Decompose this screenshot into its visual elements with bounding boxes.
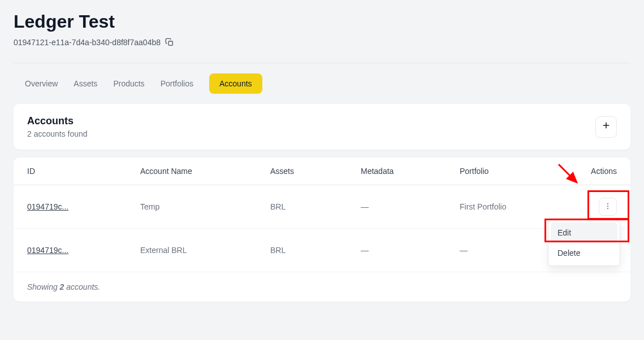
- add-account-button[interactable]: [595, 116, 617, 138]
- card-title: Accounts: [27, 115, 88, 127]
- tabs: Overview Assets Products Portfolios Acco…: [14, 63, 630, 104]
- ledger-id: 01947121-e11a-7d4a-b340-d8f8f7aa04b8: [14, 38, 161, 47]
- account-portfolio-cell: —: [446, 229, 565, 272]
- row-actions-button[interactable]: [599, 198, 617, 216]
- svg-rect-0: [168, 41, 172, 45]
- account-metadata-cell: —: [347, 185, 446, 229]
- account-name-cell: Temp: [127, 185, 257, 229]
- page-title: Ledger Test: [14, 11, 630, 32]
- footer-prefix: Showing: [27, 282, 60, 291]
- svg-point-5: [607, 208, 608, 209]
- column-header-portfolio: Portfolio: [446, 158, 565, 185]
- tab-products[interactable]: Products: [113, 75, 144, 93]
- footer-suffix: accounts.: [64, 282, 100, 291]
- column-header-id: ID: [14, 158, 127, 185]
- column-header-metadata: Metadata: [347, 158, 446, 185]
- account-id-link[interactable]: 0194719c...: [27, 246, 68, 255]
- column-header-assets: Assets: [257, 158, 347, 185]
- column-header-name: Account Name: [127, 158, 257, 185]
- column-header-actions: Actions: [565, 158, 630, 185]
- tab-portfolios[interactable]: Portfolios: [161, 75, 193, 93]
- ledger-id-row: 01947121-e11a-7d4a-b340-d8f8f7aa04b8: [14, 38, 630, 47]
- tab-overview[interactable]: Overview: [25, 75, 58, 93]
- accounts-table-card: ID Account Name Assets Metadata Portfoli…: [14, 158, 630, 302]
- account-assets-cell: BRL: [257, 185, 347, 229]
- svg-point-3: [607, 203, 608, 204]
- svg-point-4: [607, 205, 608, 206]
- account-assets-cell: BRL: [257, 229, 347, 272]
- account-metadata-cell: —: [347, 229, 446, 272]
- kebab-icon: [604, 202, 612, 212]
- row-actions-dropdown: Edit Delete: [548, 220, 620, 266]
- card-subtitle: 2 accounts found: [27, 129, 88, 138]
- table-footer: Showing 2 accounts.: [14, 272, 630, 302]
- accounts-summary-card: Accounts 2 accounts found: [14, 104, 630, 150]
- dropdown-item-edit[interactable]: Edit: [551, 223, 617, 243]
- account-id-link[interactable]: 0194719c...: [27, 202, 68, 211]
- page-header: Ledger Test 01947121-e11a-7d4a-b340-d8f8…: [14, 11, 630, 63]
- tab-assets[interactable]: Assets: [74, 75, 97, 93]
- table-row: 0194719c... Temp BRL — First Portfolio: [14, 185, 630, 229]
- plus-icon: [601, 120, 611, 133]
- account-portfolio-cell: First Portfolio: [446, 185, 565, 229]
- table-row: 0194719c... External BRL BRL — —: [14, 229, 630, 272]
- account-name-cell: External BRL: [127, 229, 257, 272]
- dropdown-item-delete[interactable]: Delete: [551, 243, 617, 263]
- accounts-table: ID Account Name Assets Metadata Portfoli…: [14, 158, 630, 272]
- tab-accounts[interactable]: Accounts: [209, 73, 262, 94]
- copy-icon[interactable]: [165, 38, 174, 47]
